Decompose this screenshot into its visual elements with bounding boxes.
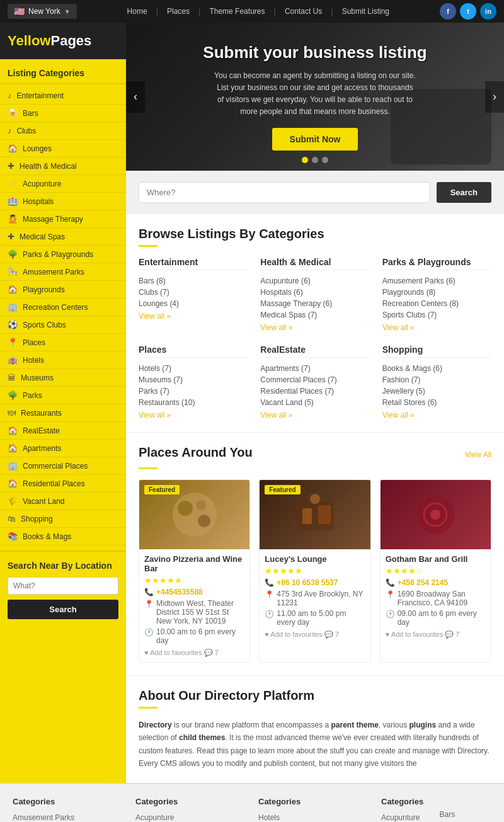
sidebar-item-sports[interactable]: ⚽Sports Clubs <box>0 316 126 334</box>
location-selector[interactable]: 🇺🇸 New York ▼ <box>8 4 77 19</box>
sidebar-item-bars[interactable]: 🍺Bars <box>0 105 126 122</box>
sidebar-item-realestate[interactable]: 🏠RealEstate <box>0 422 126 440</box>
cat-view-all[interactable]: View all » <box>139 411 248 420</box>
facebook-icon[interactable]: f <box>440 3 456 20</box>
hero-prev-button[interactable]: ‹ <box>126 81 145 113</box>
sidebar-item-massage[interactable]: 💆Massage Therapy <box>0 210 126 228</box>
sidebar-item-health[interactable]: ✚Health & Medical <box>0 157 126 175</box>
sidebar-item-shopping[interactable]: 🛍Shopping <box>0 510 126 528</box>
sidebar-item-entertainment[interactable]: ♪Entertainment <box>0 87 126 105</box>
cat-item[interactable]: Books & Mags (6) <box>382 364 442 373</box>
place-fav-2[interactable]: ♥ Add to favourites 💬 7 <box>265 631 365 639</box>
featured-badge-2: Featured <box>265 485 300 494</box>
hero-dot-2[interactable] <box>312 157 318 163</box>
cat-item[interactable]: Apartments (7) <box>260 364 310 373</box>
cat-view-all[interactable]: View all » <box>382 323 491 332</box>
cat-view-all[interactable]: View all » <box>139 312 248 321</box>
sidebar-search-button[interactable]: Search <box>8 600 118 619</box>
cat-item[interactable]: Recreation Centers (8) <box>382 299 459 308</box>
restaurants-icon: 🍽 <box>8 408 16 418</box>
cat-item[interactable]: Commercial Places (7) <box>260 375 336 384</box>
sidebar-item-hospitals[interactable]: 🏥Hospitals <box>0 193 126 210</box>
sidebar-what-input[interactable] <box>8 577 118 595</box>
residential-icon: 🏠 <box>8 479 18 488</box>
health-icon: ✚ <box>8 161 14 171</box>
footer-link[interactable]: Acupunture <box>135 813 174 822</box>
sidebar-item-parks-playgrounds[interactable]: 🌳Parks & Playgrounds <box>0 246 126 263</box>
cat-item[interactable]: Parks (7) <box>139 387 169 396</box>
cat-item[interactable]: Clubs (7) <box>139 288 169 297</box>
sidebar-item-vacant[interactable]: 🌾Vacant Land <box>0 493 126 510</box>
footer-col-1: Categories Amusement Parks Parks & Playg… <box>13 797 123 822</box>
clubs-icon: ♪ <box>8 126 12 135</box>
nav-submit[interactable]: Submit Listing <box>342 7 389 16</box>
cat-item[interactable]: Acupunture (6) <box>260 277 310 285</box>
massage-icon: 💆 <box>8 214 18 224</box>
sidebar-search-section: Search Near By Location Search <box>0 551 126 628</box>
footer-link[interactable]: Acupunture <box>381 813 420 822</box>
footer-link[interactable]: Amusement Parks <box>13 813 74 822</box>
place-fav-3[interactable]: ♥ Add to favourites 💬 7 <box>386 631 486 639</box>
cat-item[interactable]: Amusement Parks (6) <box>382 277 455 285</box>
cat-view-all[interactable]: View all » <box>260 411 369 420</box>
cat-item[interactable]: Museums (7) <box>139 375 183 384</box>
search-where-input[interactable] <box>139 182 430 203</box>
chevron-down-icon: ▼ <box>64 8 71 15</box>
cat-item[interactable]: Fashion (7) <box>382 375 421 384</box>
cat-view-all[interactable]: View all » <box>382 411 491 420</box>
sidebar-item-museums[interactable]: 🏛Museums <box>0 369 126 387</box>
cat-item[interactable]: Massage Therapy (6) <box>260 299 332 308</box>
sidebar-item-commercial[interactable]: 🏢Commercial Places <box>0 457 126 475</box>
cat-item[interactable]: Lounges (4) <box>139 299 179 308</box>
hero-submit-button[interactable]: Submit Now <box>272 128 358 151</box>
sidebar-item-places[interactable]: 📍Places <box>0 334 126 351</box>
sidebar-item-acupunture[interactable]: ⚡Acupunture <box>0 175 126 193</box>
cat-item[interactable]: Hospitals (6) <box>260 288 302 297</box>
sidebar-item-residential[interactable]: 🏠Residential Places <box>0 475 126 493</box>
sidebar-item-playgrounds[interactable]: 🏠Playgrounds <box>0 281 126 299</box>
cat-item[interactable]: Playgrounds (8) <box>382 288 436 297</box>
cat-item[interactable]: Retail Stores (6) <box>382 398 437 407</box>
sidebar-item-amusement[interactable]: 🎠Amusement Parks <box>0 263 126 281</box>
sidebar-item-restaurants[interactable]: 🍽Restaurants <box>0 404 126 422</box>
cat-view-all[interactable]: View all » <box>260 323 369 332</box>
cat-item[interactable]: Jewellery (5) <box>382 387 425 396</box>
sidebar-item-lounges[interactable]: 🏠Lounges <box>0 140 126 157</box>
apartments-icon: 🏠 <box>8 443 18 453</box>
sidebar-search-title: Search Near By Location <box>8 561 118 571</box>
hero-dot-3[interactable] <box>322 157 328 163</box>
search-button[interactable]: Search <box>437 182 491 203</box>
footer-link[interactable]: Hotels <box>258 813 280 822</box>
cat-item[interactable]: Vacant Land (5) <box>260 398 314 407</box>
museums-icon: 🏛 <box>8 373 16 382</box>
footer-link[interactable]: Bars <box>440 810 455 819</box>
sidebar-item-recreation[interactable]: 🏢Recreation Centers <box>0 299 126 316</box>
hero-next-button[interactable]: › <box>485 81 504 113</box>
sports-icon: ⚽ <box>8 320 18 329</box>
cat-item[interactable]: Residential Places (7) <box>260 387 334 396</box>
place-fav-1[interactable]: ♥ Add to favourites 💬 7 <box>144 649 244 657</box>
cat-item[interactable]: Sports Clubs (7) <box>382 311 437 319</box>
nav-home[interactable]: Home <box>127 7 147 16</box>
cat-item[interactable]: Medical Spas (7) <box>260 311 317 319</box>
sidebar-item-medical-spas[interactable]: ✚Medical Spas <box>0 228 126 246</box>
places-view-all[interactable]: View All <box>465 450 491 459</box>
about-title: About Our Directory Platform <box>139 688 491 703</box>
nav-theme[interactable]: Theme Features <box>209 7 265 16</box>
nav-places[interactable]: Places <box>167 7 190 16</box>
sidebar-item-parks[interactable]: 🌳Parks <box>0 387 126 404</box>
linkedin-icon[interactable]: in <box>480 3 496 20</box>
cat-item[interactable]: Hotels (7) <box>139 364 171 373</box>
sidebar-item-apartments[interactable]: 🏠Apartments <box>0 440 126 457</box>
hero-dots <box>302 157 328 163</box>
sidebar-item-books[interactable]: 📚Books & Mags <box>0 528 126 545</box>
sidebar-item-clubs[interactable]: ♪Clubs <box>0 122 126 140</box>
nav-contact[interactable]: Contact Us <box>285 7 322 16</box>
twitter-icon[interactable]: t <box>460 3 476 20</box>
cat-item[interactable]: Restaurants (10) <box>139 398 195 407</box>
hero-dot-1[interactable] <box>302 157 308 163</box>
social-icons: f t in <box>440 3 496 20</box>
sidebar-item-hotels[interactable]: 🏨Hotels <box>0 351 126 369</box>
playgrounds-icon: 🏠 <box>8 285 18 294</box>
cat-item[interactable]: Bars (8) <box>139 277 166 285</box>
